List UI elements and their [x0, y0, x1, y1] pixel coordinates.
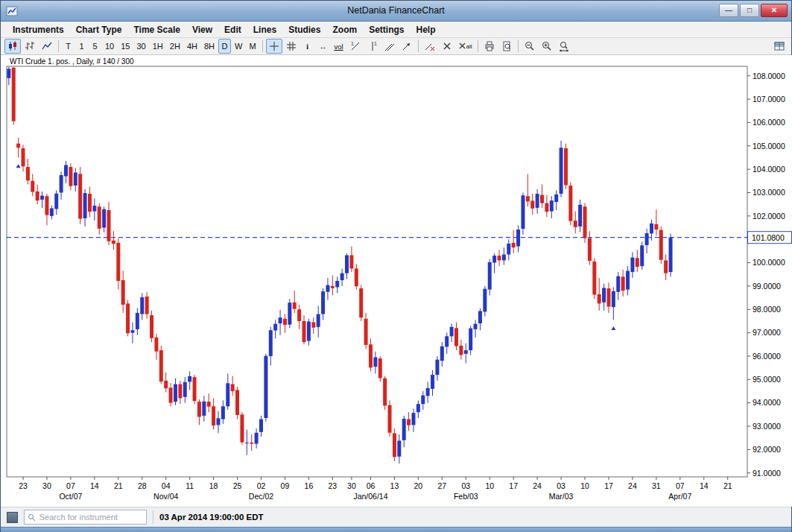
delete-x-icon — [441, 40, 453, 52]
svg-text:24: 24 — [628, 481, 637, 490]
svg-text:95.0000: 95.0000 — [753, 375, 781, 384]
svg-text:104.0000: 104.0000 — [753, 165, 785, 174]
timeframe-1-button[interactable]: 1 — [75, 39, 88, 54]
svg-text:30: 30 — [347, 481, 356, 490]
timeframe-T-button[interactable]: T — [62, 39, 75, 54]
remove-line-icon — [424, 40, 436, 52]
maximize-button[interactable]: □ — [740, 4, 759, 17]
zoom-in-icon — [541, 40, 553, 52]
minimize-button[interactable]: — — [719, 4, 738, 17]
search-input[interactable] — [38, 512, 143, 522]
toolbar-separator — [262, 40, 263, 52]
menu-settings[interactable]: Settings — [363, 23, 410, 37]
timeframe-5-button[interactable]: 5 — [89, 39, 101, 54]
window-controls: — □ ✕ — [719, 4, 788, 17]
zoom-out-button[interactable] — [522, 39, 538, 54]
crosshair-button[interactable] — [266, 39, 282, 54]
remove-line-button[interactable] — [422, 39, 438, 54]
bar-chart-button[interactable] — [22, 39, 38, 54]
svg-text:98.0000: 98.0000 — [753, 305, 781, 314]
svg-text:23: 23 — [19, 481, 28, 490]
timeframe-15-button[interactable]: 15 — [118, 39, 133, 54]
delete-button[interactable] — [439, 39, 455, 54]
svg-text:103.0000: 103.0000 — [753, 188, 785, 197]
menu-instruments[interactable]: Instruments — [7, 23, 70, 37]
menu-chart-type[interactable]: Chart Type — [70, 23, 128, 37]
toolbar: T151015301H2H4H8HDWM i ↔ vol 1 — [1, 38, 791, 55]
trade-markers — [16, 164, 616, 330]
toolbar-separator — [518, 40, 519, 52]
print-button[interactable] — [481, 39, 498, 54]
window-frame-bottom — [1, 527, 791, 532]
candlestick-chart-button[interactable] — [4, 39, 21, 54]
close-button[interactable]: ✕ — [761, 4, 788, 17]
workspace-grid-button[interactable] — [771, 39, 788, 54]
window-title: NetDania FinanceChart — [1, 5, 791, 16]
timeframe-2H-button[interactable]: 2H — [167, 39, 183, 54]
delete-all-x-icon — [458, 40, 466, 52]
title-bar[interactable]: NetDania FinanceChart — □ ✕ — [1, 1, 791, 22]
workspace-grid-icon — [773, 40, 785, 52]
app-window: NetDania FinanceChart — □ ✕ InstrumentsC… — [0, 0, 792, 532]
grid-toggle-button[interactable] — [283, 39, 300, 54]
ray-tool-button[interactable] — [399, 39, 415, 54]
timeframe-4H-button[interactable]: 4H — [184, 39, 200, 54]
timestamp: 03 Apr 2014 19:00:00 EDT — [159, 513, 264, 522]
svg-text:1: 1 — [351, 41, 354, 46]
instrument-search-box — [24, 510, 147, 525]
svg-text:04: 04 — [162, 481, 171, 490]
svg-text:97.0000: 97.0000 — [753, 328, 781, 337]
zoom-in-button[interactable] — [539, 39, 555, 54]
zoom-fit-icon — [558, 40, 570, 52]
current-price-line: 101.0800 — [7, 232, 792, 244]
menu-zoom[interactable]: Zoom — [326, 23, 363, 37]
menu-bar: InstrumentsChart TypeTime ScaleViewEditL… — [1, 22, 791, 38]
time-axis: 233007Oct/0714212804Nov/0411182502Dec/02… — [19, 477, 732, 501]
volume-button[interactable]: vol — [332, 39, 346, 54]
menu-time-scale[interactable]: Time Scale — [127, 23, 186, 37]
print-preview-button[interactable] — [498, 39, 515, 54]
printer-icon — [484, 40, 495, 52]
info-button[interactable]: i — [300, 39, 315, 54]
menu-edit[interactable]: Edit — [218, 23, 247, 37]
svg-text:Feb/03: Feb/03 — [454, 492, 478, 501]
timeframe-1H-button[interactable]: 1H — [150, 39, 166, 54]
svg-text:17: 17 — [604, 481, 613, 490]
timeframe-M-button[interactable]: M — [246, 39, 259, 54]
ray-arrow-icon — [401, 40, 413, 52]
toolbar-separator — [418, 40, 419, 52]
svg-text:96.0000: 96.0000 — [753, 352, 781, 361]
grid-icon — [285, 40, 297, 52]
menu-lines[interactable]: Lines — [247, 23, 282, 37]
timeframe-8H-button[interactable]: 8H — [201, 39, 218, 54]
menu-studies[interactable]: Studies — [282, 23, 326, 37]
price-chart[interactable]: 91.000092.000093.000094.000095.000096.00… — [1, 55, 792, 507]
svg-text:16: 16 — [305, 481, 314, 490]
timeframe-D-button[interactable]: D — [218, 39, 231, 54]
vertical-line-tool-button[interactable]: 1 — [364, 39, 381, 54]
svg-text:101.0800: 101.0800 — [752, 233, 785, 242]
svg-text:06: 06 — [367, 481, 376, 490]
line-chart-button[interactable] — [39, 39, 55, 54]
channel-icon — [384, 40, 396, 52]
svg-text:20: 20 — [414, 481, 423, 490]
statusbar-separator — [153, 510, 153, 524]
delete-all-button[interactable]: all — [456, 39, 475, 54]
menu-help[interactable]: Help — [410, 23, 441, 37]
channel-tool-button[interactable] — [381, 39, 398, 54]
timeframe-30-button[interactable]: 30 — [134, 39, 149, 54]
svg-text:106.0000: 106.0000 — [753, 118, 785, 127]
price-axis: 91.000092.000093.000094.000095.000096.00… — [747, 72, 785, 478]
menu-view[interactable]: View — [186, 23, 218, 37]
svg-text:31: 31 — [652, 481, 661, 490]
trend-line-tool-button[interactable]: 1 — [347, 39, 364, 54]
zoom-fit-button[interactable] — [556, 39, 572, 54]
timeframe-W-button[interactable]: W — [232, 39, 245, 54]
line-chart-icon — [41, 40, 53, 52]
svg-text:91.0000: 91.0000 — [753, 469, 781, 478]
delete-all-label: all — [466, 43, 472, 50]
svg-text:03: 03 — [461, 481, 470, 490]
timeframe-10-button[interactable]: 10 — [102, 39, 117, 54]
panel-toggle-icon[interactable] — [7, 512, 18, 523]
expand-horizontal-button[interactable]: ↔ — [316, 39, 331, 54]
